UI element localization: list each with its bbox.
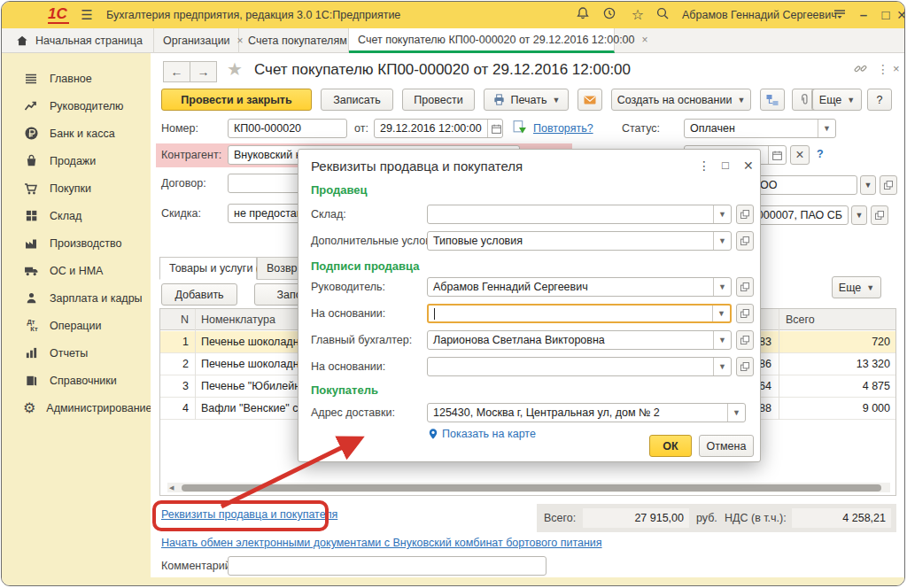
terms-field[interactable]: Типовые условия▼: [427, 231, 732, 251]
back-button[interactable]: ←: [163, 61, 190, 82]
tab-invoice-document[interactable]: Счет покупателю КП00-000020 от 29.12.201…: [349, 28, 615, 53]
sidebar-item-production[interactable]: Производство: [2, 230, 151, 256]
trend-icon: [23, 98, 39, 114]
open-item-icon[interactable]: [736, 231, 754, 251]
sidebar-item-sales[interactable]: Продажи: [2, 148, 151, 174]
chevron-down-icon[interactable]: ▼: [713, 278, 731, 296]
open-item-icon[interactable]: [736, 205, 754, 224]
sidebar-item-fixed-assets[interactable]: ОС и НМА: [2, 258, 151, 283]
accountant-field[interactable]: Ларионова Светлана Викторовна▼: [427, 330, 732, 350]
post-and-close-button[interactable]: Провести и закрыть: [161, 89, 312, 111]
basis2-field[interactable]: ▼: [427, 357, 732, 376]
forward-button[interactable]: →: [190, 61, 217, 82]
calendar-icon[interactable]: [487, 120, 503, 137]
chevron-down-icon[interactable]: ▼: [713, 232, 731, 250]
search-icon[interactable]: [655, 6, 673, 24]
sidebar-item-main[interactable]: Главное: [2, 66, 151, 91]
open-item-icon[interactable]: [736, 330, 754, 350]
chevron-down-icon[interactable]: ▼: [713, 331, 731, 349]
sidebar-item-reports[interactable]: Отчеты: [2, 340, 151, 366]
add-row-button[interactable]: Добавить: [161, 283, 237, 306]
basis2-label: На основании:: [311, 360, 385, 373]
print-button[interactable]: Печать▼: [484, 89, 569, 111]
status-select[interactable]: Оплачен ▼: [684, 119, 836, 138]
get-link-icon[interactable]: [854, 62, 867, 75]
open-item-icon[interactable]: [736, 357, 754, 376]
tab-label: Счета покупателям: [248, 35, 347, 47]
chevron-down-icon[interactable]: ▼: [851, 205, 867, 225]
date-field[interactable]: 29.12.2016 12:00:00: [374, 119, 503, 138]
chevron-down-icon[interactable]: ▼: [860, 175, 876, 195]
tab-invoices-list[interactable]: Счета покупателям ×: [239, 28, 349, 53]
tab-goods-services[interactable]: Товары и услуги (4): [159, 257, 257, 280]
favorite-star-icon[interactable]: ★: [227, 58, 243, 80]
current-user[interactable]: Абрамов Геннадий Сергеевич: [682, 9, 837, 21]
service-menu-icon[interactable]: [833, 6, 850, 24]
address-label: Адрес доставки:: [311, 406, 395, 419]
show-on-map-link[interactable]: Показать на карте: [442, 428, 536, 440]
edi-exchange-link[interactable]: Начать обмен электронными документами с …: [161, 537, 602, 549]
sidebar-item-directories[interactable]: Справочники: [2, 368, 151, 393]
sidebar-item-warehouse[interactable]: Склад: [2, 203, 151, 228]
grid-icon: [23, 208, 39, 224]
dialog-maximize-icon[interactable]: □: [722, 159, 729, 172]
write-button[interactable]: Записать: [321, 89, 393, 111]
scroll-left-icon[interactable]: ◀: [169, 484, 174, 491]
sidebar-item-manager[interactable]: Руководителю: [2, 93, 151, 119]
head-field[interactable]: Абрамов Геннадий Сергеевич▼: [427, 277, 732, 297]
open-item-icon[interactable]: [880, 175, 897, 195]
help-button[interactable]: ?: [867, 89, 892, 111]
chevron-down-icon[interactable]: ▼: [727, 404, 745, 422]
post-button[interactable]: Провести: [402, 89, 475, 111]
create-on-base-button[interactable]: Создать на основании▼: [611, 89, 751, 111]
main-menu-icon[interactable]: ☰: [78, 6, 96, 24]
chevron-down-icon[interactable]: ▼: [818, 120, 835, 137]
sidebar-item-payroll-hr[interactable]: Зарплата и кадры: [2, 285, 151, 311]
dialog-close-icon[interactable]: ✕: [743, 159, 754, 173]
open-item-icon[interactable]: [736, 304, 754, 323]
tab-home[interactable]: Начальная страница: [7, 28, 154, 53]
sidebar-item-bank-cash[interactable]: Банк и касса: [2, 120, 151, 146]
scrollbar-thumb[interactable]: [182, 484, 881, 491]
chevron-down-icon[interactable]: ▼: [713, 358, 731, 375]
books-icon: [23, 373, 39, 389]
number-field[interactable]: КП00-000020: [228, 119, 347, 138]
address-field[interactable]: 125430, Москва г, Центральная ул, дом № …: [427, 403, 746, 422]
open-item-icon[interactable]: [736, 277, 754, 297]
sidebar-item-operations[interactable]: ДтКт Операции: [2, 313, 151, 338]
dialog-ok-button[interactable]: ОК: [649, 435, 692, 457]
recurrence-icon[interactable]: [512, 120, 527, 135]
close-document-icon[interactable]: ×: [893, 62, 900, 75]
dialog-cancel-button[interactable]: Отмена: [699, 435, 754, 457]
sidebar-item-purchases[interactable]: Покупки: [2, 175, 151, 201]
close-window-icon[interactable]: ✕: [893, 6, 905, 24]
minimize-icon[interactable]: –: [855, 6, 872, 24]
calendar-icon[interactable]: [768, 146, 786, 164]
dt-kt-icon: ДтКт: [23, 318, 39, 334]
tab-organizations[interactable]: Организации ×: [154, 28, 239, 53]
repeat-link[interactable]: Повторять?: [533, 122, 593, 135]
favorites-star-icon[interactable]: ☆: [629, 6, 647, 24]
sidebar-item-administration[interactable]: ⚙ Администрирование: [2, 395, 151, 421]
dialog-menu-dots-icon[interactable]: ⋮: [698, 159, 710, 173]
open-item-icon[interactable]: [871, 205, 888, 225]
basis1-field-focused[interactable]: ▼: [427, 304, 732, 323]
chevron-down-icon[interactable]: ▼: [712, 306, 730, 321]
status-label: Статус:: [622, 122, 660, 135]
chevron-down-icon[interactable]: ▼: [713, 205, 731, 223]
more-menu-dots-icon[interactable]: ⋮: [877, 62, 889, 76]
history-icon[interactable]: [602, 6, 620, 24]
form-more-button[interactable]: Еще▼: [812, 89, 862, 111]
totals-bar: Всего: 27 915,00 руб. НДС (в т.ч.): 4 25…: [537, 504, 896, 532]
comment-field[interactable]: [228, 556, 547, 576]
send-email-button[interactable]: [578, 89, 602, 111]
items-more-button[interactable]: Еще▼: [832, 276, 881, 298]
notifications-bell-icon[interactable]: [576, 6, 593, 24]
document-structure-button[interactable]: [760, 89, 785, 111]
warehouse-field[interactable]: ▼: [427, 205, 732, 224]
maximize-icon[interactable]: □: [877, 6, 895, 24]
pay-before-help[interactable]: ?: [817, 148, 824, 160]
tab-close-icon[interactable]: ×: [642, 34, 648, 46]
clear-field-icon[interactable]: ×: [790, 145, 810, 165]
horizontal-scrollbar[interactable]: ◀: [167, 483, 890, 492]
